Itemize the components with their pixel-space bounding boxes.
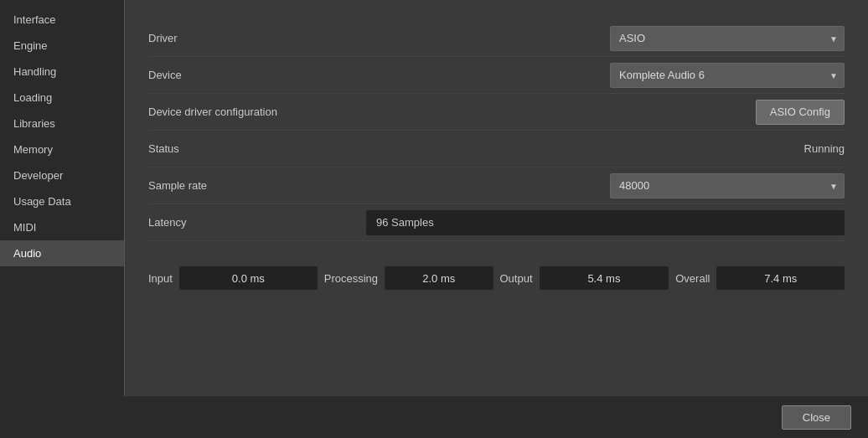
sample-rate-dropdown[interactable]: 44100 48000 88200 96000 xyxy=(610,173,845,198)
status-row: Status Running xyxy=(148,131,845,167)
latency-bar: 96 Samples xyxy=(366,210,845,235)
driver-value-container: ASIO DirectSound WASAPI ▼ xyxy=(366,26,845,51)
overall-stat-value: 7.4 ms xyxy=(716,266,845,290)
footer: Close xyxy=(0,396,868,438)
sidebar-item-developer[interactable]: Developer xyxy=(0,162,124,188)
latency-value-container: 96 Samples xyxy=(366,210,845,235)
device-driver-config-row: Device driver configuration ASIO Config xyxy=(148,94,845,131)
device-driver-config-value: ASIO Config xyxy=(366,100,845,125)
sidebar-item-loading[interactable]: Loading xyxy=(0,85,124,111)
sidebar-item-engine[interactable]: Engine xyxy=(0,33,124,59)
device-label: Device xyxy=(148,69,366,81)
sidebar-item-libraries[interactable]: Libraries xyxy=(0,111,124,137)
sample-rate-dropdown-wrapper: 44100 48000 88200 96000 ▼ xyxy=(610,173,845,198)
processing-stat-value: 2.0 ms xyxy=(385,266,493,290)
sidebar-item-interface[interactable]: Interface xyxy=(0,7,124,33)
latency-value: 96 Samples xyxy=(376,216,434,229)
sidebar: InterfaceEngineHandlingLoadingLibrariesM… xyxy=(0,0,124,396)
driver-dropdown[interactable]: ASIO DirectSound WASAPI xyxy=(610,26,845,51)
device-dropdown[interactable]: Komplete Audio 6 xyxy=(610,63,845,88)
input-stat: Input 0.0 ms xyxy=(148,266,318,290)
sample-rate-value-container: 44100 48000 88200 96000 ▼ xyxy=(366,173,845,198)
latency-label: Latency xyxy=(148,216,366,229)
device-row: Device Komplete Audio 6 ▼ xyxy=(148,57,845,94)
driver-dropdown-wrapper: ASIO DirectSound WASAPI ▼ xyxy=(610,26,845,51)
processing-stat: Processing 2.0 ms xyxy=(324,266,493,290)
driver-label: Driver xyxy=(148,32,366,44)
sidebar-item-handling[interactable]: Handling xyxy=(0,59,124,85)
close-button[interactable]: Close xyxy=(782,405,851,430)
latency-row: Latency 96 Samples xyxy=(148,204,845,241)
status-label: Status xyxy=(148,142,366,155)
sidebar-item-audio[interactable]: Audio xyxy=(0,240,124,266)
asio-config-button[interactable]: ASIO Config xyxy=(756,100,845,125)
output-stat: Output 5.4 ms xyxy=(500,266,669,290)
status-value: Running xyxy=(804,142,845,155)
status-value-container: Running xyxy=(366,142,845,155)
sidebar-item-memory[interactable]: Memory xyxy=(0,137,124,162)
output-stat-label: Output xyxy=(500,272,533,285)
device-driver-config-label: Device driver configuration xyxy=(148,106,366,118)
input-stat-label: Input xyxy=(148,272,173,285)
sample-rate-row: Sample rate 44100 48000 88200 96000 ▼ xyxy=(148,167,845,204)
sidebar-item-midi[interactable]: MIDI xyxy=(0,214,124,240)
overall-stat: Overall 7.4 ms xyxy=(675,266,845,290)
processing-stat-label: Processing xyxy=(324,272,378,285)
overall-stat-label: Overall xyxy=(675,272,710,285)
output-stat-value: 5.4 ms xyxy=(540,266,669,290)
latency-stats: Input 0.0 ms Processing 2.0 ms Output 5.… xyxy=(148,258,845,290)
driver-row: Driver ASIO DirectSound WASAPI ▼ xyxy=(148,20,845,57)
sample-rate-label: Sample rate xyxy=(148,179,366,192)
device-dropdown-wrapper: Komplete Audio 6 ▼ xyxy=(610,63,845,88)
sidebar-item-usage-data[interactable]: Usage Data xyxy=(0,188,124,214)
device-value-container: Komplete Audio 6 ▼ xyxy=(366,63,845,88)
input-stat-value: 0.0 ms xyxy=(179,266,318,290)
content-area: Driver ASIO DirectSound WASAPI ▼ Device xyxy=(125,0,868,396)
